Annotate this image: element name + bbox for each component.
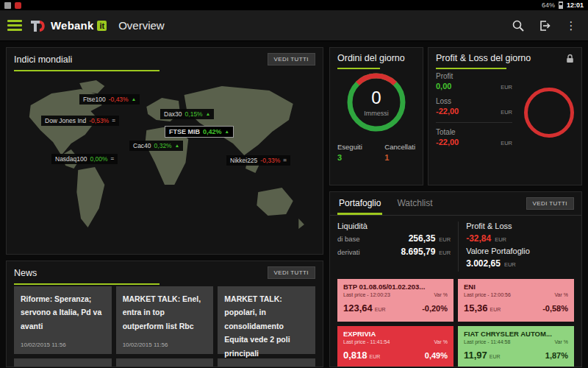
last-price-time: Last price - 12:00:56	[464, 292, 511, 297]
news-panel: News VEDI TUTTI Riforme: Speranza; servo…	[6, 261, 323, 367]
position-name: FIAT CHRYSLER AUTOM...	[464, 330, 568, 338]
position-card-eni[interactable]: ENI Last price - 12:00:56 Var % 15,36EUR…	[458, 279, 574, 322]
index-var: 0,42%	[203, 128, 222, 135]
currency-label: EUR	[501, 109, 512, 116]
tab-portafoglio[interactable]: Portafoglio	[337, 192, 382, 215]
portfolio-see-all-button[interactable]: VEDI TUTTI	[526, 197, 574, 210]
index-var: -0,33%	[260, 157, 280, 164]
index-badge-dax30[interactable]: Dax30 0,15% ▲	[160, 109, 214, 119]
liquidity-row-value: 8.695,79	[401, 247, 436, 257]
app-bar: Webank it Overview ⋮	[0, 10, 588, 41]
cancelled-value: 1	[384, 153, 415, 162]
index-var: 0,15%	[185, 110, 203, 118]
portfolio-value: 3.002,65	[466, 258, 501, 269]
pnl-loss-row: Loss -22,00 EUR	[436, 97, 512, 116]
portfolio-pl-value: -32,84	[466, 233, 491, 244]
executed-value: 3	[337, 153, 362, 162]
news-see-all-button[interactable]: VEDI TUTTI	[268, 266, 315, 279]
last-price-time: Last price - 12:00:23	[343, 292, 390, 297]
index-name: Ftse100	[83, 96, 106, 103]
position-price: 123,64	[343, 302, 373, 314]
currency-label: EUR	[501, 84, 512, 91]
trend-up-icon: ▲	[225, 130, 229, 135]
pnl-row-label: Loss	[436, 97, 512, 105]
tab-watchlist[interactable]: Watchlist	[395, 192, 434, 215]
position-card-exprivia[interactable]: EXPRIVIA Last price - 11:41:54 Var % 0,8…	[337, 326, 453, 367]
news-item[interactable]: Riforme: Speranza; servono a Italia, Pd …	[14, 286, 112, 354]
position-name: ENI	[464, 283, 568, 291]
news-item-title: Industria: Uilm, segnali che	[123, 364, 207, 367]
index-name: Cac40	[133, 142, 151, 149]
portfolio-value-title: Valore Portafoglio	[466, 247, 574, 255]
brand-logo[interactable]: Webank it	[29, 18, 107, 33]
index-badge-nikkei225[interactable]: Nikkei225 -0,33% =	[226, 155, 290, 166]
portfolio-value-row: 3.002,65 EUR	[466, 258, 574, 269]
news-item-date: 10/02/2015 11:56	[21, 342, 105, 348]
currency-label: EUR	[495, 236, 506, 243]
news-item-date: 10/02/2015 11:56	[123, 342, 207, 348]
index-badge-ftse100[interactable]: Ftse100 -0,43% ▲	[79, 94, 140, 105]
news-item[interactable]: MARKET TALK: Enel, entra in top outperfo…	[116, 286, 214, 354]
var-label: Var %	[554, 292, 568, 297]
world-indices-panel: Indici mondiali VEDI TUTTI	[6, 47, 323, 255]
main-content: Indici mondiali VEDI TUTTI	[0, 41, 588, 367]
position-var: -0,20%	[422, 304, 448, 313]
pnl-panel-title: Profit & Loss del giorno	[436, 53, 531, 63]
index-name: FTSE MIB	[169, 128, 200, 135]
cancelled-label: Cancellati	[384, 143, 415, 151]
position-var: -0,58%	[542, 304, 568, 313]
indices-panel-title: Indici mondiali	[14, 54, 72, 65]
page-title: Overview	[118, 19, 165, 32]
pnl-row-value: -22,00	[436, 138, 459, 146]
news-item[interactable]: MARKET TALK: popolari, in consolidamento…	[218, 286, 315, 354]
liquidity-derivatives-row: derivati 8.695,79 EUR	[337, 247, 451, 257]
index-badge-ftsemib[interactable]: FTSE MIB 0,42% ▲	[165, 126, 234, 138]
position-name: BTP 01.08.05/01.02.203...	[343, 283, 448, 291]
position-card-btp[interactable]: BTP 01.08.05/01.02.203... Last price - 1…	[337, 279, 453, 322]
gallery-icon	[4, 2, 11, 9]
position-card-fiat[interactable]: FIAT CHRYSLER AUTOM... Last price - 11:4…	[458, 326, 574, 367]
last-price-time: Last price - 11:41:54	[343, 339, 390, 344]
liquidity-row-label: derivati	[337, 248, 401, 256]
positions-grid: BTP 01.08.05/01.02.203... Last price - 1…	[330, 277, 581, 367]
trend-up-icon: ▲	[175, 144, 179, 149]
trend-flat-icon: =	[283, 158, 287, 163]
indices-see-all-button[interactable]: VEDI TUTTI	[268, 53, 315, 66]
news-item[interactable]: MARKET TALK:	[218, 358, 315, 367]
logout-icon[interactable]	[535, 16, 554, 35]
currency-label: EUR	[504, 261, 516, 268]
position-price: 15,36	[464, 302, 488, 314]
news-item-title: UCRAINA: forze armate	[21, 364, 105, 367]
search-icon[interactable]	[509, 16, 528, 35]
liquidity-base-row: di base 256,35 EUR	[337, 233, 451, 244]
news-item[interactable]: UCRAINA: forze armate	[14, 358, 112, 367]
trend-flat-icon: =	[112, 118, 115, 124]
index-badge-cac40[interactable]: Cac40 0,32% ▲	[129, 141, 183, 151]
last-price-time: Last price - 11:44:58	[464, 339, 510, 344]
currency-label: EUR	[501, 140, 512, 146]
overflow-menu-icon[interactable]: ⋮	[562, 16, 581, 35]
orders-panel-title: Ordini del giorno	[337, 53, 405, 63]
index-var: -0,53%	[89, 117, 109, 124]
loss-ring	[524, 88, 574, 138]
pnl-row-label: Totale	[436, 128, 512, 136]
liquidity-title: Liquidità	[337, 222, 451, 230]
pnl-row-value: 0,00	[436, 82, 451, 91]
world-map: Ftse100 -0,43% ▲ Dow Jones Ind -0,53% = …	[12, 74, 317, 254]
index-badge-nasdaq100[interactable]: Nasdaq100 0,00% =	[51, 154, 118, 164]
news-item-title: Riforme: Speranza; servono a Italia, Pd …	[21, 292, 105, 333]
index-var: 0,32%	[154, 142, 172, 149]
portfolio-summary: Liquidità di base 256,35 EUR derivati 8.…	[330, 216, 581, 277]
hamburger-menu-icon[interactable]	[7, 20, 22, 31]
index-badge-dowjones[interactable]: Dow Jones Ind -0,53% =	[41, 116, 119, 126]
pnl-row-value: -22,00	[436, 107, 459, 116]
executed-orders: Eseguiti 3	[337, 143, 362, 162]
alert-icon	[15, 2, 21, 9]
liquidity-row-value: 256,35	[409, 233, 436, 244]
var-label: Var %	[434, 292, 448, 297]
brand-suffix-badge: it	[97, 21, 107, 31]
lock-icon[interactable]	[566, 54, 574, 63]
executed-label: Eseguiti	[337, 143, 362, 151]
trend-up-icon: ▲	[206, 112, 210, 117]
news-item[interactable]: Industria: Uilm, segnali che	[116, 358, 214, 367]
